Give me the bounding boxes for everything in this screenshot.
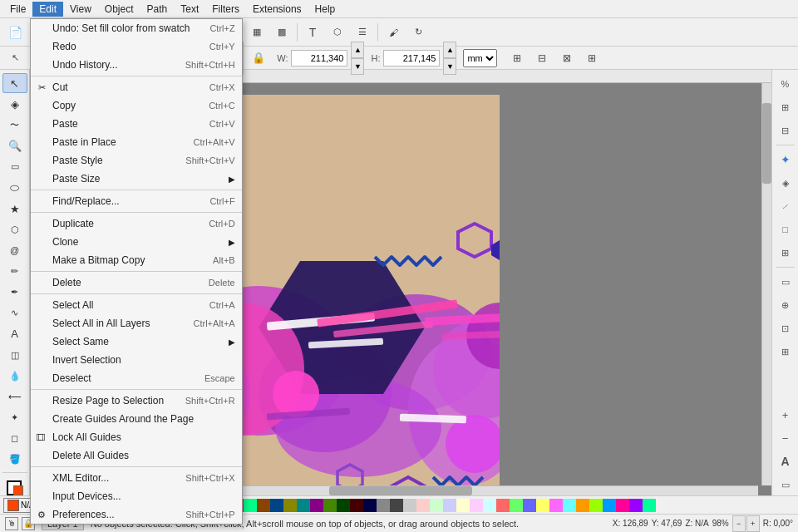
menu-entry-selectsame[interactable]: Select Same▶ [31, 332, 242, 351]
menu-path[interactable]: Path [140, 2, 175, 17]
color-swatch[interactable] [563, 499, 576, 512]
color-swatch[interactable] [430, 499, 443, 512]
menu-text[interactable]: Text [174, 2, 205, 17]
node-editor-button[interactable]: T [301, 22, 324, 43]
color-swatch[interactable] [350, 499, 363, 512]
snap-btn2[interactable]: ⊞ [775, 96, 796, 118]
h-up[interactable]: ▲ [443, 42, 456, 58]
ellipse-tool[interactable]: ⬭ [2, 178, 27, 198]
snap-nodes[interactable]: ◈ [775, 172, 796, 194]
menu-help[interactable]: Help [308, 2, 342, 17]
3d-box-tool[interactable]: ⬡ [2, 219, 27, 239]
color-swatch[interactable] [377, 499, 390, 512]
menu-entry-resizepagetoselectio[interactable]: Resize Page to SelectionShift+Ctrl+R [31, 392, 242, 410]
calligraphy-tool[interactable]: ∿ [2, 303, 27, 323]
menu-entry-createguidesaroundth[interactable]: Create Guides Around the Page [31, 410, 242, 428]
color-swatch[interactable] [337, 499, 350, 512]
zoom-plus[interactable]: + [775, 404, 796, 426]
transform-button[interactable]: ↻ [406, 22, 430, 43]
color-swatch[interactable] [603, 499, 616, 512]
spray-tool[interactable]: ✦ [2, 408, 27, 428]
zoom-in-status[interactable]: + [746, 515, 760, 532]
color-swatch[interactable] [443, 499, 456, 512]
color-swatch[interactable] [323, 499, 337, 512]
text-tool[interactable]: A [2, 324, 27, 344]
snap-center[interactable]: ⊕ [775, 294, 796, 316]
pencil-tool[interactable]: ✏ [2, 261, 27, 281]
color-swatch[interactable] [616, 499, 629, 512]
pen-tool[interactable]: ✒ [2, 283, 27, 303]
color-swatch[interactable] [244, 499, 257, 512]
color-swatch[interactable] [643, 499, 656, 512]
fill-button[interactable]: 🖌 [382, 22, 405, 43]
h-down[interactable]: ▼ [443, 58, 456, 75]
color-swatch[interactable] [629, 499, 643, 512]
zoom-tool[interactable]: 🔍 [2, 135, 27, 155]
w-down[interactable]: ▼ [351, 58, 364, 75]
color-swatch[interactable] [363, 499, 377, 512]
menu-entry-pasteinplace[interactable]: Paste in PlaceCtrl+Alt+V [31, 133, 242, 151]
text-a[interactable]: A [775, 451, 796, 472]
unit-select[interactable]: mmpxcmin [463, 49, 497, 67]
menu-entry-paste[interactable]: PasteCtrl+V [31, 115, 242, 133]
menu-file[interactable]: File [3, 2, 32, 17]
menu-entry-makeabitmapcopy[interactable]: Make a Bitmap CopyAlt+B [31, 251, 242, 269]
menu-entry-duplicate[interactable]: DuplicateCtrl+D [31, 214, 242, 233]
color-swatch[interactable] [496, 499, 510, 512]
menu-entry-preferences...[interactable]: ⚙Preferences...Shift+Ctrl+P [31, 505, 242, 524]
color-swatch[interactable] [456, 499, 470, 512]
color-swatch[interactable] [470, 499, 483, 512]
star-tool[interactable]: ★ [2, 199, 27, 219]
menu-entry-pastestyle[interactable]: Paste StyleShift+Ctrl+V [31, 151, 242, 170]
color-swatch[interactable] [523, 499, 536, 512]
menu-edit[interactable]: Edit [32, 2, 63, 17]
snap-mid[interactable]: ⊞ [775, 341, 796, 362]
menu-entry-invertselection[interactable]: Invert Selection [31, 351, 242, 369]
color-swatch[interactable] [416, 499, 430, 512]
stroke-color[interactable] [2, 475, 27, 495]
dropper-tool[interactable]: 💧 [2, 366, 27, 386]
color-swatch[interactable] [589, 499, 603, 512]
gradient-tool[interactable]: ◫ [2, 345, 27, 365]
color-swatch[interactable] [270, 499, 283, 512]
align-button[interactable]: ☰ [351, 22, 374, 43]
menu-entry-redo[interactable]: RedoCtrl+Y [31, 37, 242, 56]
menu-entry-cut[interactable]: ✂CutCtrl+X [31, 78, 242, 96]
snap-paths[interactable]: ⟋ [775, 195, 796, 217]
new-button[interactable]: 📄 [3, 22, 27, 43]
color-swatch[interactable] [310, 499, 323, 512]
menu-object[interactable]: Object [98, 2, 140, 17]
snap-bbox[interactable]: ▭ [775, 271, 796, 293]
snap-btn3[interactable]: ⊟ [775, 120, 796, 141]
menu-entry-inputdevices...[interactable]: Input Devices... [31, 487, 242, 505]
eraser-tool[interactable]: ◻ [2, 429, 27, 449]
align-right-icon[interactable]: ⊠ [555, 47, 579, 69]
paintbucket-tool[interactable]: 🪣 [2, 450, 27, 470]
color-swatch[interactable] [510, 499, 523, 512]
connector-tool[interactable]: ⟵ [2, 387, 27, 406]
ungroup-button[interactable]: ▩ [270, 22, 293, 43]
color-swatch[interactable] [297, 499, 310, 512]
lock-icon[interactable]: 🔒 [247, 47, 270, 69]
select-tool[interactable]: ↖ [2, 73, 27, 93]
color-swatch[interactable] [576, 499, 589, 512]
w-input[interactable]: 211,340 [291, 50, 347, 66]
node-tool[interactable]: ◈ [2, 94, 27, 114]
color-swatch[interactable] [536, 499, 549, 512]
menu-entry-selectall[interactable]: Select AllCtrl+A [31, 296, 242, 314]
menu-entry-deselect[interactable]: DeselectEscape [31, 369, 242, 387]
snap-grids[interactable]: ⊞ [775, 242, 796, 264]
rect-tool[interactable]: ▭ [2, 157, 27, 177]
mouse-mode[interactable]: 🖱 [5, 517, 18, 530]
menu-entry-xmleditor...[interactable]: XML Editor...Shift+Ctrl+X [31, 469, 242, 487]
menu-entry-delete[interactable]: DeleteDelete [31, 273, 242, 292]
color-swatch[interactable] [390, 499, 403, 512]
menu-entry-lockallguides[interactable]: ☐☐Lock All Guides [31, 428, 242, 446]
menu-entry-clone[interactable]: Clone▶ [31, 233, 242, 251]
h-input[interactable]: 217,145 [383, 50, 440, 66]
snap-corner[interactable]: ⊡ [775, 318, 796, 339]
page-icon[interactable]: ▭ [775, 474, 796, 495]
menu-entry-deleteallguides[interactable]: Delete All Guides [31, 446, 242, 465]
color-swatch[interactable] [403, 499, 416, 512]
align-grid-icon[interactable]: ⊞ [580, 47, 603, 69]
